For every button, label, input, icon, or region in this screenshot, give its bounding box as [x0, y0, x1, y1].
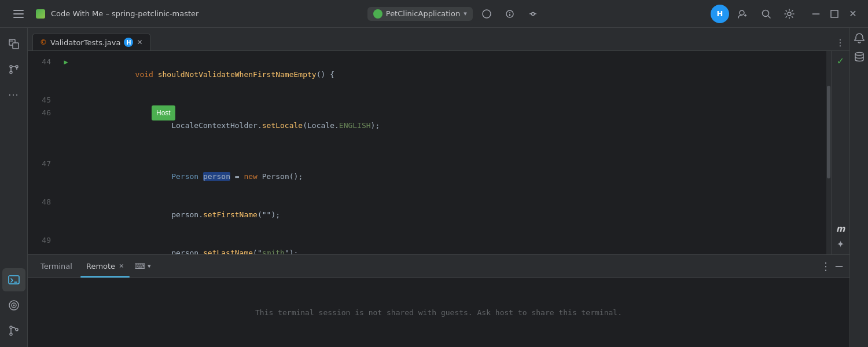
svg-point-12: [788, 12, 791, 16]
svg-point-11: [763, 10, 769, 16]
host-tooltip: Host: [152, 105, 175, 120]
svg-point-9: [531, 12, 534, 15]
title-bar-center: PetClinicApplication ▾: [204, 5, 705, 23]
file-tab-icon: ©: [40, 38, 47, 46]
run-config-arrow: ▾: [464, 10, 467, 17]
code-line-47: 47 Person person = new Person();: [28, 158, 826, 196]
svg-rect-1: [13, 13, 24, 14]
database-icon[interactable]: [854, 51, 865, 65]
terminal-tab-label: Terminal: [41, 262, 72, 271]
sidebar-item-git[interactable]: [2, 58, 25, 81]
code-line-45: 45: [28, 94, 826, 107]
code-content: 44 ▶ void shouldNotValidateWhenFirstName…: [28, 51, 826, 254]
remote-tab-close[interactable]: ✕: [119, 262, 124, 270]
notification-bell[interactable]: [854, 32, 865, 46]
code-editor[interactable]: 44 ▶ void shouldNotValidateWhenFirstName…: [28, 51, 831, 254]
main-layout: ··· ©: [0, 28, 868, 347]
editor-scrollbar[interactable]: [826, 51, 831, 254]
sidebar-item-more[interactable]: ···: [2, 83, 25, 107]
title-bar: Code With Me – spring-petclinic-master P…: [0, 0, 868, 28]
profile-button[interactable]: [524, 5, 542, 23]
hamburger-button[interactable]: [7, 2, 30, 25]
sparkle-icon[interactable]: ✦: [837, 239, 844, 250]
run-config-icon: [373, 9, 382, 19]
add-user-button[interactable]: [734, 5, 752, 23]
run-line-icon[interactable]: ▶: [64, 56, 68, 68]
sidebar-item-explorer[interactable]: [2, 32, 25, 56]
code-line-49: 49 person.setLastName("smith");: [28, 234, 826, 254]
sidebar-item-target[interactable]: [2, 294, 25, 317]
terminal-minimize-button[interactable]: ─: [836, 261, 843, 272]
search-button[interactable]: [757, 5, 775, 23]
sidebar-item-terminal[interactable]: [2, 268, 25, 291]
svg-rect-0: [13, 10, 24, 11]
tab-close-button[interactable]: ✕: [137, 38, 142, 46]
run-config-name: PetClinicApplication: [386, 9, 460, 18]
svg-rect-16: [13, 43, 19, 49]
terminal-tab-terminal[interactable]: Terminal: [35, 258, 78, 274]
svg-rect-14: [9, 41, 13, 42]
terminal-tab-extra: ⌨ ▾: [134, 262, 150, 271]
check-icon: ✓: [837, 56, 844, 67]
terminal-tab-remote[interactable]: Remote ✕: [80, 258, 130, 274]
code-line-44: 44 ▶ void shouldNotValidateWhenFirstName…: [28, 56, 826, 94]
svg-point-23: [13, 305, 14, 306]
svg-rect-20: [9, 276, 19, 284]
right-gutter: ✓ m ✦: [831, 51, 849, 254]
user-avatar[interactable]: H: [711, 5, 729, 23]
debug-button[interactable]: [501, 5, 519, 23]
svg-rect-13: [831, 10, 838, 17]
sidebar-item-branch[interactable]: [2, 319, 25, 342]
code-right-wrapper: 44 ▶ void shouldNotValidateWhenFirstName…: [28, 51, 849, 254]
code-line-46: 46 LocaleContextHolder.setLocale(Locale.…: [28, 107, 826, 158]
svg-point-10: [740, 10, 744, 15]
tab-user-badge: H: [124, 38, 133, 47]
window-controls: ─ ✕: [808, 6, 861, 22]
settings-button[interactable]: [780, 5, 799, 23]
svg-point-27: [855, 53, 863, 56]
terminal-tab-actions: ⋮ ─: [821, 260, 843, 272]
run-button[interactable]: [477, 5, 496, 23]
sidebar: ···: [0, 28, 28, 347]
scrollbar-thumb[interactable]: [827, 86, 830, 178]
svg-point-5: [509, 12, 510, 13]
terminal-message: This terminal session is not shared with…: [255, 308, 622, 317]
tab-bar: © ValidatorTests.java H ✕ ⋮: [28, 28, 849, 51]
terminal-more-button[interactable]: ⋮: [821, 260, 831, 272]
restore-button[interactable]: [826, 6, 843, 22]
key-icon: ⌨: [134, 262, 145, 271]
svg-rect-6: [509, 14, 510, 16]
notification-sidebar: [849, 28, 868, 347]
code-line-48: 48 person.setFirstName("");: [28, 196, 826, 234]
app-logo: [36, 9, 45, 19]
terminal-area: Terminal Remote ✕ ⌨ ▾ ⋮ ─ This terminal …: [28, 254, 849, 347]
dropdown-icon[interactable]: ▾: [148, 262, 151, 270]
terminal-tab-bar: Terminal Remote ✕ ⌨ ▾ ⋮ ─: [28, 255, 849, 278]
close-button[interactable]: ✕: [845, 6, 861, 22]
svg-point-3: [483, 10, 491, 18]
title-bar-actions: H ─ ✕: [711, 5, 861, 23]
editor-area: © ValidatorTests.java H ✕ ⋮ 44 ▶: [28, 28, 849, 347]
terminal-content: This terminal session is not shared with…: [28, 278, 849, 347]
tab-bar-actions: ⋮: [836, 37, 845, 50]
svg-rect-2: [13, 17, 24, 18]
remote-tab-label: Remote: [86, 262, 115, 271]
minimize-button[interactable]: ─: [808, 6, 824, 22]
m-icon: m: [836, 224, 845, 234]
run-config-selector[interactable]: PetClinicApplication ▾: [367, 7, 473, 21]
file-tab[interactable]: © ValidatorTests.java H ✕: [32, 34, 150, 50]
tab-more-button[interactable]: ⋮: [836, 37, 845, 48]
app-title: Code With Me – spring-petclinic-master: [51, 9, 198, 18]
file-tab-name: ValidatorTests.java: [50, 38, 120, 47]
